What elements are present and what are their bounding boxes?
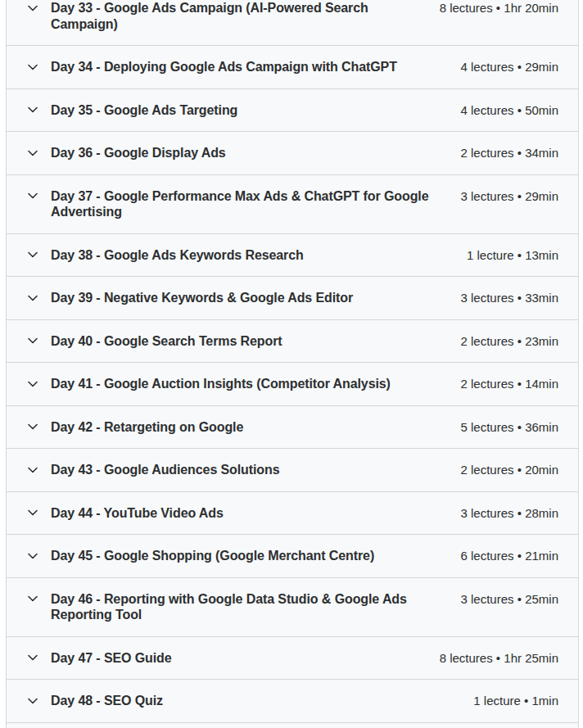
chevron-down-icon	[28, 376, 38, 392]
section-title: Day 44 - YouTube Video Ads	[51, 505, 461, 522]
section-list: Day 33 - Google Ads Campaign (AI-Powered…	[7, 0, 578, 722]
section-title: Day 43 - Google Audiences Solutions	[51, 462, 461, 478]
section-title: Day 35 - Google Ads Targeting	[51, 102, 461, 119]
chevron-down-icon	[28, 145, 38, 161]
chevron-down-icon	[28, 548, 38, 564]
section-header-day-46[interactable]: Day 46 - Reporting with Google Data Stud…	[7, 577, 578, 636]
section-title: Day 45 - Google Shopping (Google Merchan…	[51, 548, 461, 564]
section-header-day-33[interactable]: Day 33 - Google Ads Campaign (AI-Powered…	[7, 0, 578, 45]
section-lectures-duration: 8 lectures • 1hr 25min	[440, 650, 558, 667]
chevron-down-icon	[28, 505, 38, 522]
section-header-day-45[interactable]: Day 45 - Google Shopping (Google Merchan…	[7, 534, 578, 577]
section-lectures-duration: 5 lectures • 36min	[461, 419, 558, 436]
chevron-down-icon	[28, 591, 38, 608]
chevron-down-icon	[28, 462, 38, 478]
section-lectures-duration: 3 lectures • 29min	[461, 188, 558, 205]
chevron-down-icon	[28, 59, 38, 75]
chevron-down-icon	[28, 0, 38, 16]
section-lectures-duration: 8 lectures • 1hr 20min	[440, 0, 558, 16]
section-header-day-48[interactable]: Day 48 - SEO Quiz 1 lecture • 1min	[7, 679, 578, 722]
section-lectures-duration: 2 lectures • 14min	[461, 376, 558, 392]
chevron-down-icon	[28, 188, 38, 205]
section-header-day-36[interactable]: Day 36 - Google Display Ads 2 lectures •…	[7, 131, 578, 174]
section-lectures-duration: 2 lectures • 23min	[461, 333, 558, 350]
section-title: Day 36 - Google Display Ads	[51, 145, 461, 161]
chevron-down-icon	[28, 247, 38, 264]
chevron-down-icon	[28, 693, 38, 709]
next-section-partial-row	[7, 722, 578, 728]
section-header-day-43[interactable]: Day 43 - Google Audiences Solutions 2 le…	[7, 448, 578, 491]
section-title: Day 33 - Google Ads Campaign (AI-Powered…	[51, 0, 440, 32]
chevron-down-icon	[28, 333, 38, 350]
section-header-day-39[interactable]: Day 39 - Negative Keywords & Google Ads …	[7, 276, 578, 319]
chevron-down-icon	[28, 290, 38, 306]
section-lectures-duration: 2 lectures • 34min	[461, 145, 558, 161]
chevron-down-icon	[28, 419, 38, 436]
section-lectures-duration: 1 lecture • 13min	[467, 247, 558, 264]
section-lectures-duration: 4 lectures • 50min	[461, 102, 558, 119]
section-title: Day 46 - Reporting with Google Data Stud…	[51, 591, 461, 623]
section-title: Day 39 - Negative Keywords & Google Ads …	[51, 290, 461, 306]
section-lectures-duration: 2 lectures • 20min	[461, 462, 558, 478]
section-header-day-38[interactable]: Day 38 - Google Ads Keywords Research 1 …	[7, 233, 578, 277]
section-title: Day 34 - Deploying Google Ads Campaign w…	[51, 59, 461, 75]
chevron-down-icon	[28, 650, 38, 667]
section-title: Day 47 - SEO Guide	[51, 650, 440, 667]
section-lectures-duration: 1 lecture • 1min	[473, 693, 558, 709]
section-title: Day 42 - Retargeting on Google	[51, 419, 461, 436]
section-header-day-42[interactable]: Day 42 - Retargeting on Google 5 lecture…	[7, 405, 578, 449]
section-header-day-47[interactable]: Day 47 - SEO Guide 8 lectures • 1hr 25mi…	[7, 636, 578, 680]
section-header-day-34[interactable]: Day 34 - Deploying Google Ads Campaign w…	[7, 45, 578, 88]
section-header-day-41[interactable]: Day 41 - Google Auction Insights (Compet…	[7, 362, 578, 405]
chevron-down-icon	[28, 102, 38, 119]
section-header-day-40[interactable]: Day 40 - Google Search Terms Report 2 le…	[7, 319, 578, 363]
section-title: Day 41 - Google Auction Insights (Compet…	[51, 376, 461, 392]
section-lectures-duration: 3 lectures • 33min	[461, 290, 558, 306]
section-header-day-44[interactable]: Day 44 - YouTube Video Ads 3 lectures • …	[7, 491, 578, 535]
section-title: Day 40 - Google Search Terms Report	[51, 333, 461, 350]
section-lectures-duration: 3 lectures • 25min	[461, 591, 558, 608]
section-lectures-duration: 6 lectures • 21min	[461, 548, 558, 564]
section-title: Day 48 - SEO Quiz	[51, 693, 473, 709]
section-title: Day 38 - Google Ads Keywords Research	[51, 247, 467, 264]
section-header-day-37[interactable]: Day 37 - Google Performance Max Ads & Ch…	[7, 174, 578, 233]
section-header-day-35[interactable]: Day 35 - Google Ads Targeting 4 lectures…	[7, 88, 578, 132]
section-lectures-duration: 4 lectures • 29min	[461, 59, 558, 75]
section-title: Day 37 - Google Performance Max Ads & Ch…	[51, 188, 461, 220]
course-curriculum-accordion: Day 33 - Google Ads Campaign (AI-Powered…	[6, 0, 579, 728]
section-lectures-duration: 3 lectures • 28min	[461, 505, 558, 522]
